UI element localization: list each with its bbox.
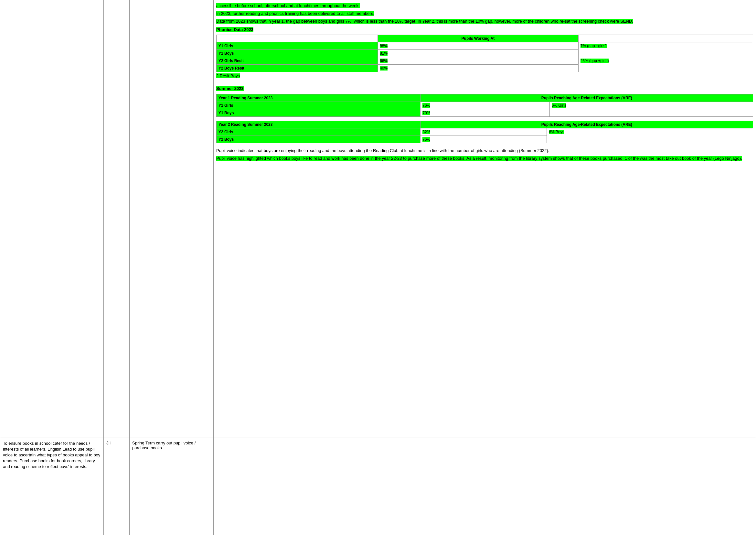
phonics-note-y2: 25% (gap +girls) <box>578 57 753 72</box>
resit-boys-label: 2 Resit Boys <box>216 73 240 78</box>
phonics-col-header: Pupils Working At <box>378 35 579 42</box>
intro-text-3: Data from 2023 shows that in year 1, the… <box>216 19 633 24</box>
year1-reading-label: Year 1 Reading Summer 2023 <box>217 94 420 101</box>
year1-col-header: Pupils Reaching Age-Related Expectations… <box>420 94 753 101</box>
phonics-section: Phonics Data 2023 Pupils Working At Y1 G… <box>216 27 753 78</box>
intro-text-1: accessible before school, afterschool an… <box>216 3 360 8</box>
intro-text-2: In 2023, further reading and phonics tra… <box>216 11 374 16</box>
phonics-value-y2boysresit: 40% <box>378 64 579 72</box>
phonics-label-y1girls: Y1 Girls <box>217 42 378 49</box>
year2-note-boys: 6% Boys <box>547 128 753 143</box>
page: accessible before school, afterschool an… <box>0 0 756 535</box>
right-col-content: accessible before school, afterschool an… <box>214 0 756 438</box>
main-table: accessible before school, afterschool an… <box>0 0 756 535</box>
year2-label-y2boys: Y2 Boys <box>217 135 420 143</box>
left-col-bottom: To ensure books in school cater for the … <box>0 437 104 535</box>
year1-row-y1girls: Y1 Girls 76% 6% Girls <box>217 101 753 109</box>
year1-value-y1boys: 70% <box>420 109 550 116</box>
year2-reading-label: Year 2 Reading Summer 2023 <box>217 121 420 128</box>
year2-label-y2girls: Y2 Girls <box>217 128 420 135</box>
phonics-row-y1girls: Y1 Girls 88% 7% (gap +girls) <box>217 42 753 49</box>
bottom-section: Pupil voice indicates that boys are enjo… <box>216 148 753 161</box>
bottom-text-2: Pupil voice has highlighted which books … <box>216 156 742 161</box>
mid2-col-bottom: Spring Term carry out pupil voice / purc… <box>130 437 214 535</box>
year2-header-row: Year 2 Reading Summer 2023 Pupils Reachi… <box>217 121 753 128</box>
phonics-note-y1: 7% (gap +girls) <box>578 42 753 57</box>
left-col-text: To ensure books in school cater for the … <box>3 440 101 470</box>
year2-reading-table: Year 2 Reading Summer 2023 Pupils Reachi… <box>216 121 753 143</box>
year2-value-y2girls: 82% <box>420 128 547 135</box>
mid2-text: Spring Term carry out pupil voice / purc… <box>132 440 196 450</box>
mid1-col-top <box>104 0 130 438</box>
phonics-value-y2girlsresit: 66% <box>378 57 579 64</box>
year2-col-header: Pupils Reaching Age-Related Expectations… <box>420 121 753 128</box>
year1-reading-table: Year 1 Reading Summer 2023 Pupils Reachi… <box>216 94 753 117</box>
phonics-value-y1girls: 88% <box>378 42 579 49</box>
intro-para-3: Data from 2023 shows that in year 1, the… <box>216 18 753 24</box>
summer-title: Summer 2023 <box>216 86 244 91</box>
resit-boys-note: 2 Resit Boys <box>216 73 753 78</box>
intro-para-2: In 2023, further reading and phonics tra… <box>216 11 753 16</box>
mid1-col-bottom: JH <box>104 437 130 535</box>
bottom-para-2: Pupil voice has highlighted which books … <box>216 155 753 161</box>
year1-header-row: Year 1 Reading Summer 2023 Pupils Reachi… <box>217 94 753 101</box>
phonics-label-y2boysresit: Y2 Boys Resit <box>217 64 378 72</box>
phonics-title: Phonics Data 2023 <box>216 27 254 32</box>
phonics-table: Pupils Working At Y1 Girls 88% 7% (gap +… <box>216 35 753 72</box>
right-col-bottom <box>214 437 756 535</box>
phonics-note-header <box>578 35 753 42</box>
year2-row-y2girls: Y2 Girls 82% 6% Boys <box>217 128 753 135</box>
mid1-text: JH <box>106 440 112 445</box>
phonics-value-y1boys: 81% <box>378 49 579 57</box>
bottom-row: To ensure books in school cater for the … <box>0 437 756 535</box>
summer-section: Summer 2023 Year 1 Reading Summer 2023 P… <box>216 83 753 143</box>
year1-label-y1boys: Y1 Boys <box>217 109 420 116</box>
bottom-para-1: Pupil voice indicates that boys are enjo… <box>216 148 753 154</box>
phonics-empty-header <box>217 35 378 42</box>
left-col-top <box>0 0 104 438</box>
phonics-label-y1boys: Y1 Boys <box>217 49 378 57</box>
phonics-row-y2girlsresit: Y2 Girls Resit 66% 25% (gap +girls) <box>217 57 753 64</box>
top-row: accessible before school, afterschool an… <box>0 0 756 438</box>
year1-label-y1girls: Y1 Girls <box>217 101 420 109</box>
phonics-label-y2girlsresit: Y2 Girls Resit <box>217 57 378 64</box>
year1-note-girls: 6% Girls <box>550 101 753 116</box>
year1-value-y1girls: 76% <box>420 101 550 109</box>
bottom-text-1: Pupil voice indicates that boys are enjo… <box>216 148 550 153</box>
phonics-header-row: Pupils Working At <box>217 35 753 42</box>
year2-value-y2boys: 76% <box>420 135 547 143</box>
mid2-col-top <box>130 0 214 438</box>
intro-para-1: accessible before school, afterschool an… <box>216 3 753 9</box>
